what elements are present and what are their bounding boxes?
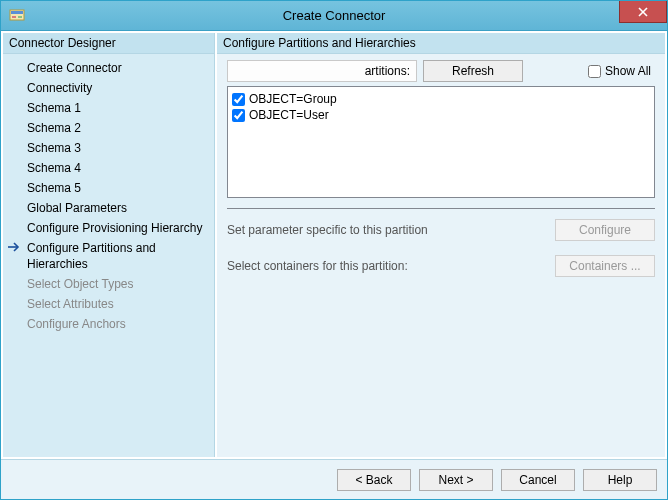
containers-label: Select containers for this partition: [227, 259, 555, 273]
nav-item-1[interactable]: Connectivity [3, 78, 214, 98]
nav-item-6[interactable]: Schema 5 [3, 178, 214, 198]
nav-item-label: Schema 5 [27, 181, 81, 195]
nav-item-0[interactable]: Create Connector [3, 58, 214, 78]
sidebar-header: Connector Designer [3, 33, 214, 54]
close-button[interactable] [619, 1, 667, 23]
main-header: Configure Partitions and Hierarchies [217, 33, 665, 54]
main-body: artitions: Refresh Show All OBJECT=Group… [217, 54, 665, 457]
list-item[interactable]: OBJECT=User [232, 107, 650, 123]
svg-rect-2 [12, 16, 16, 18]
nav-item-label: Create Connector [27, 61, 122, 75]
nav-item-9[interactable]: Configure Partitions and Hierarchies [3, 238, 214, 274]
nav-item-11: Select Attributes [3, 294, 214, 314]
sidebar: Connector Designer Create ConnectorConne… [3, 33, 215, 457]
svg-rect-3 [18, 16, 22, 18]
back-button[interactable]: < Back [337, 469, 411, 491]
list-item-checkbox[interactable] [232, 109, 245, 122]
nav-item-label: Schema 4 [27, 161, 81, 175]
nav-item-label: Configure Anchors [27, 317, 126, 331]
content: Connector Designer Create ConnectorConne… [1, 31, 667, 459]
containers-button[interactable]: Containers ... [555, 255, 655, 277]
configure-button[interactable]: Configure [555, 219, 655, 241]
next-button[interactable]: Next > [419, 469, 493, 491]
help-button[interactable]: Help [583, 469, 657, 491]
nav-item-5[interactable]: Schema 4 [3, 158, 214, 178]
nav-item-label: Select Attributes [27, 297, 114, 311]
partitions-listbox[interactable]: OBJECT=GroupOBJECT=User [227, 86, 655, 198]
nav-item-label: Schema 3 [27, 141, 81, 155]
footer: < Back Next > Cancel Help [1, 459, 667, 499]
nav-item-2[interactable]: Schema 1 [3, 98, 214, 118]
showall-label: Show All [605, 64, 651, 78]
showall-checkbox[interactable] [588, 65, 601, 78]
partitions-label: artitions: [227, 60, 417, 82]
current-step-icon [7, 240, 21, 254]
nav-item-12: Configure Anchors [3, 314, 214, 334]
nav-item-label: Schema 1 [27, 101, 81, 115]
nav-item-3[interactable]: Schema 2 [3, 118, 214, 138]
nav-item-label: Connectivity [27, 81, 92, 95]
app-icon [9, 8, 25, 24]
containers-row: Select containers for this partition: Co… [227, 255, 655, 277]
refresh-button[interactable]: Refresh [423, 60, 523, 82]
toolbar-row: artitions: Refresh Show All [227, 60, 655, 82]
cancel-button[interactable]: Cancel [501, 469, 575, 491]
nav-item-label: Configure Partitions and Hierarchies [27, 241, 156, 271]
nav-item-10: Select Object Types [3, 274, 214, 294]
nav-item-label: Global Parameters [27, 201, 127, 215]
sidebar-items: Create ConnectorConnectivitySchema 1Sche… [3, 54, 214, 338]
nav-item-8[interactable]: Configure Provisioning Hierarchy [3, 218, 214, 238]
list-item-checkbox[interactable] [232, 93, 245, 106]
nav-item-label: Schema 2 [27, 121, 81, 135]
svg-rect-1 [11, 11, 23, 14]
list-item-label: OBJECT=Group [249, 92, 337, 106]
main-panel: Configure Partitions and Hierarchies art… [217, 33, 665, 457]
nav-item-7[interactable]: Global Parameters [3, 198, 214, 218]
nav-item-label: Select Object Types [27, 277, 134, 291]
showall-wrap[interactable]: Show All [588, 64, 655, 78]
list-item-label: OBJECT=User [249, 108, 329, 122]
nav-item-4[interactable]: Schema 3 [3, 138, 214, 158]
titlebar: Create Connector [1, 1, 667, 31]
param-row: Set parameter specific to this partition… [227, 219, 655, 241]
window-title: Create Connector [1, 8, 667, 23]
param-label: Set parameter specific to this partition [227, 223, 555, 237]
list-item[interactable]: OBJECT=Group [232, 91, 650, 107]
window: Create Connector Connector Designer Crea… [0, 0, 668, 500]
divider [227, 208, 655, 209]
nav-item-label: Configure Provisioning Hierarchy [27, 221, 202, 235]
